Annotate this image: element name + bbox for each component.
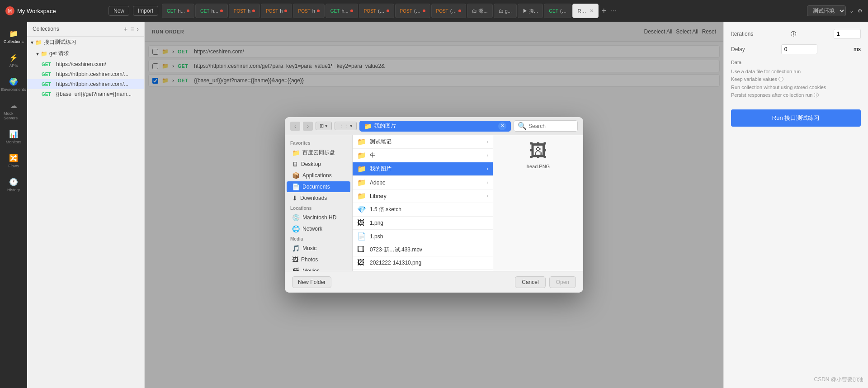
- delay-row: Delay ms: [731, 44, 861, 54]
- tab-run-1[interactable]: ▶ 接...: [518, 4, 543, 18]
- fd-sidebar-desktop[interactable]: 🖥 Desktop: [287, 159, 350, 170]
- watermark: CSDN @小曹要加油: [814, 376, 863, 383]
- new-button[interactable]: New: [108, 6, 129, 16]
- add-collection-icon[interactable]: +: [124, 25, 127, 33]
- fd-file-test-notes[interactable]: 📁 测试笔记 ›: [353, 135, 493, 149]
- fd-music-icon: 🎵: [292, 245, 300, 252]
- fd-search-box[interactable]: 🔍: [514, 120, 578, 132]
- tab-bar: GET h... GET h... POST h POST h POST h G…: [162, 4, 803, 18]
- sidebar-item-mock-servers[interactable]: ☁ Mock Servers: [2, 97, 25, 124]
- tree-item-2[interactable]: GET https://httpbin.ceshiren.com/...: [27, 69, 144, 79]
- fd-grid-view-btn[interactable]: ⋮⋮ ▾: [335, 122, 357, 130]
- fd-back-btn[interactable]: ‹: [290, 122, 300, 131]
- fd-forward-btn[interactable]: ›: [303, 122, 313, 131]
- fd-list-view-btn[interactable]: ⊞ ▾: [316, 122, 332, 130]
- fd-sidebar-documents[interactable]: 📄 Documents: [287, 181, 350, 192]
- fd-network-icon: 🌐: [292, 225, 300, 232]
- more-collections-icon[interactable]: ≡: [130, 25, 134, 33]
- fd-sidebar-network[interactable]: 🌐 Network: [287, 223, 350, 234]
- fd-file-psb[interactable]: 📄 1.psb: [353, 230, 493, 243]
- tab-run-active[interactable]: R… ✕: [572, 4, 599, 18]
- fd-sidebar-macintosh[interactable]: 💿 Macintosh HD: [287, 212, 350, 223]
- import-button[interactable]: Import: [133, 6, 158, 16]
- collapse-panel-icon[interactable]: ›: [137, 25, 139, 33]
- fd-file-adobe[interactable]: 📁 Adobe ›: [353, 176, 493, 189]
- fd-new-folder-btn[interactable]: New Folder: [292, 276, 331, 288]
- fd-location-clear[interactable]: ✕: [498, 122, 506, 130]
- fd-preview-file-icon: 🖼: [529, 141, 547, 161]
- fd-photos-icon: 🖼: [292, 256, 298, 263]
- fd-file-md[interactable]: 📝 网站.md: [353, 270, 493, 271]
- fd-footer-actions: Cancel Open: [515, 276, 576, 288]
- tab-folder-2[interactable]: 🗂 g...: [494, 4, 517, 18]
- tab-post-2[interactable]: POST h: [261, 4, 292, 18]
- fd-sidebar-music[interactable]: 🎵 Music: [287, 243, 350, 254]
- add-tab-button[interactable]: +: [599, 6, 608, 16]
- iterations-input[interactable]: [834, 29, 861, 39]
- fd-file-my-pictures[interactable]: 📁 我的图片 ›: [353, 162, 493, 176]
- fd-file-sketch[interactable]: 💎 1.5 倍.sketch: [353, 203, 493, 217]
- fd-sidebar-movies[interactable]: 🎬 Movies: [287, 265, 350, 271]
- tab-get-1[interactable]: GET h...: [162, 4, 194, 18]
- fd-file-png-1[interactable]: 🖼 1.png: [353, 217, 493, 230]
- fd-footer: New Folder Cancel Open: [285, 271, 583, 293]
- fd-cancel-btn[interactable]: Cancel: [515, 276, 545, 288]
- tree-item-1[interactable]: GET https://ceshiren.com/: [27, 59, 144, 69]
- fd-mov-icon-1: 🎞: [357, 246, 366, 254]
- delay-input[interactable]: [781, 44, 817, 54]
- sidebar-item-flows[interactable]: 🔀 Flows: [2, 150, 25, 172]
- iterations-row: Iterations ⓘ: [731, 29, 861, 39]
- sidebar-item-collections[interactable]: 📁 Collections: [2, 25, 25, 47]
- cookies-label: Run collection without using stored cook…: [731, 85, 861, 90]
- fd-search-input[interactable]: [528, 123, 574, 129]
- sidebar-item-monitors[interactable]: 📊 Monitors: [2, 126, 25, 148]
- fd-open-btn[interactable]: Open: [549, 276, 576, 288]
- tab-folder-1[interactable]: 🗂 源...: [467, 4, 492, 18]
- delay-unit: ms: [854, 46, 861, 52]
- tab-post-5[interactable]: POST (…: [395, 4, 430, 18]
- tree-item-3[interactable]: GET https://httpbin.ceshiren.com/...: [27, 79, 144, 89]
- fd-sidebar-baidu[interactable]: 📁 百度云同步盘: [287, 147, 350, 158]
- environment-select[interactable]: 测试环境: [807, 5, 846, 16]
- fd-search-icon: 🔍: [518, 122, 527, 130]
- sidebar-item-apis[interactable]: ⚡ APIs: [2, 49, 25, 71]
- fd-location-folder-icon: 📁: [364, 123, 372, 130]
- tab-post-1[interactable]: POST h: [229, 4, 260, 18]
- fd-sketch-icon: 💎: [357, 205, 366, 214]
- fd-file-mov-1[interactable]: 🎞 0723-新…试.433.mov: [353, 243, 493, 256]
- fd-locations-label: Locations: [285, 204, 352, 212]
- file-dialog-toolbar: ‹ › ⊞ ▾ ⋮⋮ ▾ 📁 我的图片 ✕: [285, 117, 583, 135]
- fd-sidebar-applications[interactable]: 📦 Applications: [287, 170, 350, 181]
- mock-servers-icon: ☁: [9, 101, 18, 110]
- fd-file-niu[interactable]: 📁 牛 ›: [353, 149, 493, 162]
- tab-get-2[interactable]: GET h...: [195, 4, 228, 18]
- topbar: M My Workspace New Import GET h... GET h…: [0, 0, 868, 22]
- tab-get-4[interactable]: GET (…: [544, 4, 571, 18]
- tab-post-4[interactable]: POST (…: [359, 4, 394, 18]
- fd-location-bar[interactable]: 📁 我的图片 ✕: [359, 121, 511, 132]
- data-file-label: Data: [731, 60, 861, 65]
- fd-macintosh-icon: 💿: [292, 214, 300, 221]
- tab-post-3[interactable]: POST h: [293, 4, 324, 18]
- tab-get-3[interactable]: GET h...: [326, 4, 358, 18]
- environments-icon: 🌍: [9, 77, 18, 86]
- fd-downloads-icon: ⬇: [292, 194, 297, 202]
- right-panel: Iterations ⓘ Delay ms Data Use a data fi…: [723, 22, 868, 388]
- fd-sidebar-downloads[interactable]: ⬇ Downloads: [287, 193, 350, 203]
- left-panel: Collections + ≡ › ▾ 📁 接口测试练习 ▾ 📁 get 请求 …: [27, 22, 145, 388]
- fd-file-png-2[interactable]: 🖼 2021222-141310.png: [353, 256, 493, 270]
- more-tabs-button[interactable]: ···: [609, 7, 618, 15]
- fd-file-library[interactable]: 📁 Library ›: [353, 189, 493, 203]
- fd-favorites-label: Favorites: [285, 139, 352, 147]
- sidebar-item-history[interactable]: 🕐 History: [2, 174, 25, 196]
- tab-post-6[interactable]: POST (…: [431, 4, 467, 18]
- apis-icon: ⚡: [9, 53, 18, 62]
- fd-sidebar-photos[interactable]: 🖼 Photos: [287, 254, 350, 265]
- sidebar-item-environments[interactable]: 🌍 Environments: [2, 73, 25, 95]
- tree-folder-root[interactable]: ▾ 📁 接口测试练习: [27, 37, 144, 48]
- file-dialog-overlay: ‹ › ⊞ ▾ ⋮⋮ ▾ 📁 我的图片 ✕: [145, 22, 723, 388]
- run-collection-btn[interactable]: Run 接口测试练习: [731, 109, 861, 127]
- tree-item-4[interactable]: GET {{base_url}}/get?name={{nam...: [27, 89, 144, 99]
- workspace-label[interactable]: M My Workspace: [5, 6, 105, 15]
- tree-folder-get[interactable]: ▾ 📁 get 请求: [27, 48, 144, 59]
